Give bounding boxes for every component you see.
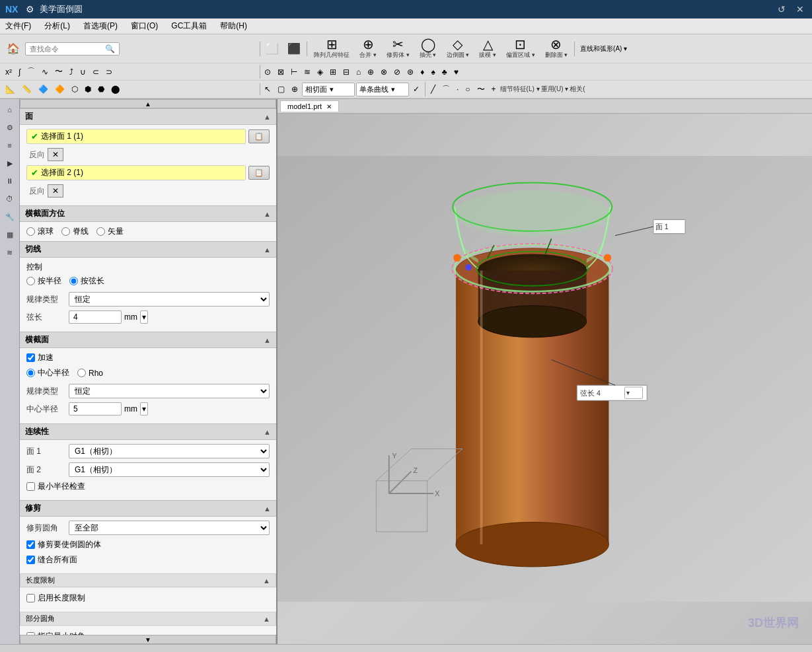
tb-detail-feature[interactable]: 细节特征(L) ▾ bbox=[500, 85, 540, 94]
stitch-checkbox[interactable] bbox=[26, 556, 35, 564]
center-radius-dropdown[interactable]: ▾ bbox=[140, 402, 148, 416]
tb-array-geom-button[interactable]: ⊞ 阵列几何特征 bbox=[309, 36, 354, 61]
collapse-face-icon[interactable]: ▲ bbox=[264, 113, 271, 121]
regulation-type-select2[interactable]: 恒定 bbox=[69, 384, 270, 398]
continuity-face2-select[interactable]: G1（相切） bbox=[69, 462, 270, 477]
tb-wave[interactable]: 〜 bbox=[474, 83, 488, 96]
tb-plus[interactable]: + bbox=[489, 83, 499, 95]
min-radius-checkbox[interactable] bbox=[26, 482, 35, 491]
radio-center-radius[interactable]: 中心半径 bbox=[26, 367, 69, 379]
tb-merge-button[interactable]: ⊕ 合并 ▾ bbox=[355, 36, 381, 61]
tb-draft-button[interactable]: △ 拔模 ▾ bbox=[474, 36, 501, 61]
tb-r2-j[interactable]: ⊗ bbox=[378, 66, 390, 78]
tb-related[interactable]: 相关( bbox=[570, 85, 585, 94]
sidebar-icon-settings[interactable]: ⚙ bbox=[2, 120, 18, 135]
tb-r2-f[interactable]: ⊞ bbox=[327, 66, 339, 78]
regulation-type-select[interactable]: 恒定 bbox=[69, 292, 270, 307]
tb-r3-c[interactable]: 🔷 bbox=[36, 83, 51, 95]
collapse-cross-icon[interactable]: ▲ bbox=[264, 210, 271, 218]
tb-r2-c[interactable]: ⊢ bbox=[288, 66, 300, 78]
collapse-cutline-icon[interactable]: ▲ bbox=[264, 246, 271, 254]
tb-row2-3[interactable]: ⌒ bbox=[24, 65, 38, 79]
reverse1-button[interactable]: ✕ bbox=[48, 148, 63, 161]
continuity-face1-select[interactable]: G1（相切） bbox=[69, 444, 270, 458]
tb-chamfer-button[interactable]: ◇ 边倒圆 ▾ bbox=[442, 36, 474, 61]
chord-length-dropdown[interactable]: ▾ bbox=[140, 310, 148, 324]
tb-r3-f[interactable]: ⬢ bbox=[82, 83, 94, 95]
tb-r3-d[interactable]: 🔶 bbox=[52, 83, 67, 95]
tb-r2-b[interactable]: ⊠ bbox=[275, 66, 287, 78]
tb-row2-4[interactable]: ∿ bbox=[39, 66, 51, 78]
collapse-cs-detail-icon[interactable]: ▲ bbox=[264, 336, 271, 344]
tb-r2-o[interactable]: ♣ bbox=[439, 66, 450, 78]
enable-length-checkbox[interactable] bbox=[26, 594, 35, 602]
tb-r3-g[interactable]: ⬣ bbox=[95, 83, 107, 95]
section-cross-header[interactable]: 横截面方位 ▲ bbox=[20, 205, 276, 222]
radio-spine[interactable]: 脊线 bbox=[61, 226, 89, 237]
center-radius-input[interactable] bbox=[69, 402, 122, 416]
tb-vp-ok[interactable]: ✓ bbox=[410, 83, 422, 95]
tb-arc[interactable]: ⌒ bbox=[439, 83, 453, 96]
face-type-dropdown[interactable]: 相切面 ▾ bbox=[302, 83, 355, 96]
tb-cube-button[interactable]: ⬛ bbox=[283, 42, 305, 56]
tb-row2-9[interactable]: ⊃ bbox=[103, 66, 115, 78]
radio-by-radius[interactable]: 按半径 bbox=[26, 275, 61, 287]
face1-select-button[interactable]: 📋 bbox=[248, 129, 270, 143]
tb-r2-p[interactable]: ♥ bbox=[451, 66, 461, 78]
tb-square-button[interactable]: ⬜ bbox=[262, 42, 283, 56]
tb-row2-8[interactable]: ⊂ bbox=[90, 66, 102, 78]
viewport-tab-close[interactable]: ✕ bbox=[326, 103, 332, 110]
section-cs-detail-header[interactable]: 横截面 ▲ bbox=[20, 332, 276, 348]
reverse2-button[interactable]: ✕ bbox=[48, 184, 63, 198]
scroll-down-arrow[interactable]: ▼ bbox=[20, 635, 276, 644]
tb-r3-e[interactable]: ⬡ bbox=[69, 83, 81, 95]
tb-reuse[interactable]: 重用(U) ▾ bbox=[541, 85, 569, 94]
length-limit-header[interactable]: 长度限制 ▲ bbox=[20, 573, 276, 587]
tb-r3-b[interactable]: 📏 bbox=[19, 83, 34, 95]
tb-trim-button[interactable]: ✂ 修剪体 ▾ bbox=[382, 36, 414, 61]
menu-gc-tools[interactable]: GC工具箱 bbox=[168, 19, 209, 33]
tb-r2-l[interactable]: ⊛ bbox=[404, 66, 416, 78]
tb-shell-button[interactable]: ◯ 抽壳 ▾ bbox=[415, 36, 441, 61]
trim-body-checkbox[interactable] bbox=[26, 540, 35, 549]
collapse-partial-icon[interactable]: ▲ bbox=[263, 615, 270, 623]
sidebar-icon-home[interactable]: ⌂ bbox=[2, 102, 18, 118]
tb-r3-a[interactable]: 📐 bbox=[3, 83, 18, 95]
tb-r2-d[interactable]: ≋ bbox=[301, 66, 313, 78]
tb-r3-h[interactable]: ⬤ bbox=[108, 83, 122, 95]
scene-area[interactable]: 面 1 弦长 4 ▾ Y Z bbox=[277, 114, 812, 644]
tb-delete-face-button[interactable]: ⊗ 删除面 ▾ bbox=[540, 36, 573, 61]
tb-row2-1[interactable]: x² bbox=[3, 66, 15, 78]
tb-r2-e[interactable]: ◈ bbox=[314, 66, 326, 78]
tb-r2-a[interactable]: ⊙ bbox=[262, 66, 274, 78]
face2-select-button[interactable]: 📋 bbox=[248, 166, 270, 180]
section-trim-header[interactable]: 修剪 ▲ bbox=[20, 500, 276, 517]
tb-offset-button[interactable]: ⊡ 偏置区域 ▾ bbox=[501, 36, 540, 61]
tb-point[interactable]: · bbox=[454, 83, 461, 95]
search-input[interactable] bbox=[30, 45, 102, 53]
collapse-trim-icon[interactable]: ▲ bbox=[264, 505, 271, 513]
tb-r2-h[interactable]: ⌂ bbox=[353, 66, 363, 78]
menu-help[interactable]: 帮助(H) bbox=[217, 19, 250, 33]
tb-row2-6[interactable]: ⤴ bbox=[67, 66, 76, 78]
tb-circle[interactable]: ○ bbox=[462, 83, 472, 95]
radio-by-chord[interactable]: 按弦长 bbox=[69, 275, 104, 287]
tb-vp-select[interactable]: ▢ bbox=[275, 83, 287, 95]
sidebar-icon-lines[interactable]: ≋ bbox=[2, 244, 18, 260]
tb-vp-cursor[interactable]: ↖ bbox=[262, 83, 274, 95]
tb-line[interactable]: ╱ bbox=[428, 83, 438, 95]
reset-button[interactable]: ↺ bbox=[775, 4, 788, 15]
sidebar-icon-layers[interactable]: ≡ bbox=[2, 137, 18, 153]
collapse-continuity-icon[interactable]: ▲ bbox=[264, 428, 271, 436]
tb-r2-k[interactable]: ⊘ bbox=[391, 66, 403, 78]
tb-row2-5[interactable]: 〜 bbox=[52, 65, 65, 79]
menu-window[interactable]: 窗口(O) bbox=[128, 19, 161, 33]
accelerate-checkbox[interactable] bbox=[26, 353, 35, 362]
tb-line-curve-button[interactable]: 直线和弧形(A) ▾ bbox=[577, 42, 630, 55]
sidebar-icon-grid[interactable]: ▦ bbox=[2, 227, 18, 242]
sidebar-icon-time[interactable]: ⏱ bbox=[2, 191, 18, 207]
sidebar-icon-wrench[interactable]: 🔧 bbox=[2, 209, 18, 225]
sidebar-icon-play[interactable]: ▶ bbox=[2, 155, 18, 171]
tb-r2-n[interactable]: ♠ bbox=[428, 66, 437, 78]
menu-analysis[interactable]: 分析(L) bbox=[42, 19, 73, 33]
